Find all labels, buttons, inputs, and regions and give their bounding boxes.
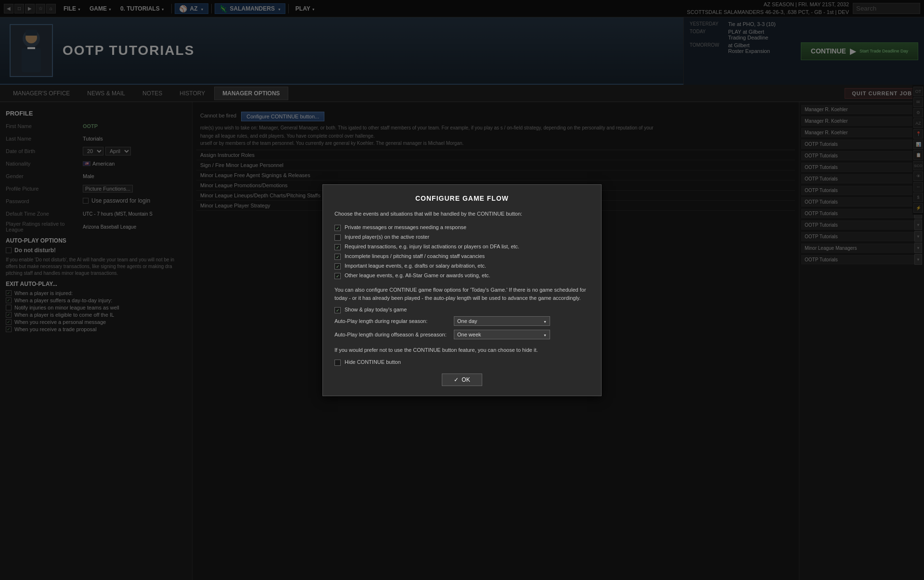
modal-option-checkbox[interactable] [334,244,341,250]
modal-title: CONFIGURE GAME FLOW [334,194,590,202]
modal-footer: ✓ OK [334,374,590,386]
modal-option-checkbox[interactable] [334,225,341,231]
modal-option-checkbox[interactable] [334,234,341,241]
offseason-select[interactable]: One week [454,330,550,339]
regular-season-chevron [543,318,547,324]
modal-hide-note: If you would prefer not to use the CONTI… [334,346,590,354]
show-play-today-checkbox[interactable] [334,307,341,313]
modal-option: Injured player(s) on the active roster [334,234,590,241]
modal-auto-play-note: You can also configure CONTINUE game flo… [334,286,590,302]
ok-checkmark: ✓ [454,376,459,383]
modal-show-play-today: Show & play today's game [334,307,590,313]
modal-option: Other league events, e.g. All-Star Game … [334,272,590,279]
modal-option-checkbox[interactable] [334,254,341,260]
modal-option: Incomplete lineups / pitching staff / co… [334,253,590,260]
modal-option-checkbox[interactable] [334,273,341,279]
offseason-chevron [543,332,547,337]
modal-option-checkbox[interactable] [334,263,341,270]
configure-modal: CONFIGURE GAME FLOW Choose the events an… [322,184,602,396]
offseason-field: Auto-Play length during offseason & pres… [334,330,590,339]
modal-options: Private messages or messages needing a r… [334,224,590,279]
modal-ok-button[interactable]: ✓ OK [442,374,482,386]
modal-hide-continue: Hide CONTINUE button [334,359,590,366]
modal-option: Required transactions, e.g. injury list … [334,244,590,250]
modal-overlay[interactable]: CONFIGURE GAME FLOW Choose the events an… [0,0,924,580]
regular-season-select[interactable]: One day [454,316,550,326]
regular-season-field: Auto-Play length during regular season: … [334,316,590,326]
modal-description: Choose the events and situations that wi… [334,210,590,218]
modal-option: Important league events, e.g. drafts or … [334,263,590,270]
modal-option: Private messages or messages needing a r… [334,224,590,231]
hide-continue-checkbox[interactable] [334,360,341,366]
